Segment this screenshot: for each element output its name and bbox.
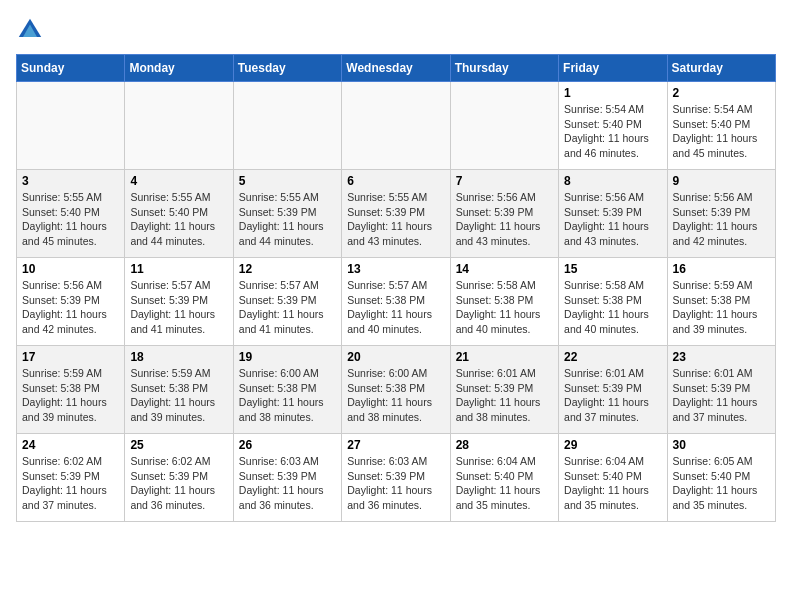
day-number: 22: [564, 350, 661, 364]
calendar-day-cell: 22Sunrise: 6:01 AM Sunset: 5:39 PM Dayli…: [559, 346, 667, 434]
calendar-day-cell: 3Sunrise: 5:55 AM Sunset: 5:40 PM Daylig…: [17, 170, 125, 258]
calendar-day-cell: 26Sunrise: 6:03 AM Sunset: 5:39 PM Dayli…: [233, 434, 341, 522]
weekday-header-thursday: Thursday: [450, 55, 558, 82]
weekday-header-monday: Monday: [125, 55, 233, 82]
calendar-week-row: 10Sunrise: 5:56 AM Sunset: 5:39 PM Dayli…: [17, 258, 776, 346]
day-info: Sunrise: 5:59 AM Sunset: 5:38 PM Dayligh…: [673, 278, 770, 337]
day-number: 27: [347, 438, 444, 452]
day-number: 21: [456, 350, 553, 364]
empty-day-cell: [233, 82, 341, 170]
day-number: 25: [130, 438, 227, 452]
day-info: Sunrise: 5:57 AM Sunset: 5:39 PM Dayligh…: [239, 278, 336, 337]
page-header: [16, 16, 776, 44]
weekday-header-wednesday: Wednesday: [342, 55, 450, 82]
day-number: 17: [22, 350, 119, 364]
weekday-header-tuesday: Tuesday: [233, 55, 341, 82]
day-number: 7: [456, 174, 553, 188]
day-number: 1: [564, 86, 661, 100]
weekday-header-row: SundayMondayTuesdayWednesdayThursdayFrid…: [17, 55, 776, 82]
day-info: Sunrise: 5:55 AM Sunset: 5:39 PM Dayligh…: [239, 190, 336, 249]
day-info: Sunrise: 5:55 AM Sunset: 5:40 PM Dayligh…: [22, 190, 119, 249]
calendar-week-row: 17Sunrise: 5:59 AM Sunset: 5:38 PM Dayli…: [17, 346, 776, 434]
day-info: Sunrise: 6:04 AM Sunset: 5:40 PM Dayligh…: [456, 454, 553, 513]
day-number: 2: [673, 86, 770, 100]
calendar-day-cell: 30Sunrise: 6:05 AM Sunset: 5:40 PM Dayli…: [667, 434, 775, 522]
day-number: 15: [564, 262, 661, 276]
day-number: 26: [239, 438, 336, 452]
empty-day-cell: [125, 82, 233, 170]
day-info: Sunrise: 6:05 AM Sunset: 5:40 PM Dayligh…: [673, 454, 770, 513]
day-number: 19: [239, 350, 336, 364]
day-info: Sunrise: 6:02 AM Sunset: 5:39 PM Dayligh…: [22, 454, 119, 513]
day-number: 18: [130, 350, 227, 364]
calendar-day-cell: 12Sunrise: 5:57 AM Sunset: 5:39 PM Dayli…: [233, 258, 341, 346]
weekday-header-saturday: Saturday: [667, 55, 775, 82]
calendar-week-row: 1Sunrise: 5:54 AM Sunset: 5:40 PM Daylig…: [17, 82, 776, 170]
day-number: 5: [239, 174, 336, 188]
calendar-day-cell: 11Sunrise: 5:57 AM Sunset: 5:39 PM Dayli…: [125, 258, 233, 346]
day-number: 4: [130, 174, 227, 188]
calendar-day-cell: 13Sunrise: 5:57 AM Sunset: 5:38 PM Dayli…: [342, 258, 450, 346]
calendar-day-cell: 19Sunrise: 6:00 AM Sunset: 5:38 PM Dayli…: [233, 346, 341, 434]
day-number: 23: [673, 350, 770, 364]
day-number: 12: [239, 262, 336, 276]
calendar-day-cell: 15Sunrise: 5:58 AM Sunset: 5:38 PM Dayli…: [559, 258, 667, 346]
logo-icon: [16, 16, 44, 44]
empty-day-cell: [342, 82, 450, 170]
day-number: 16: [673, 262, 770, 276]
day-info: Sunrise: 6:02 AM Sunset: 5:39 PM Dayligh…: [130, 454, 227, 513]
calendar-week-row: 3Sunrise: 5:55 AM Sunset: 5:40 PM Daylig…: [17, 170, 776, 258]
calendar-day-cell: 10Sunrise: 5:56 AM Sunset: 5:39 PM Dayli…: [17, 258, 125, 346]
calendar-table: SundayMondayTuesdayWednesdayThursdayFrid…: [16, 54, 776, 522]
calendar-day-cell: 25Sunrise: 6:02 AM Sunset: 5:39 PM Dayli…: [125, 434, 233, 522]
day-number: 9: [673, 174, 770, 188]
day-number: 24: [22, 438, 119, 452]
calendar-day-cell: 14Sunrise: 5:58 AM Sunset: 5:38 PM Dayli…: [450, 258, 558, 346]
day-number: 29: [564, 438, 661, 452]
calendar-day-cell: 8Sunrise: 5:56 AM Sunset: 5:39 PM Daylig…: [559, 170, 667, 258]
day-number: 6: [347, 174, 444, 188]
day-info: Sunrise: 6:01 AM Sunset: 5:39 PM Dayligh…: [564, 366, 661, 425]
day-number: 30: [673, 438, 770, 452]
calendar-day-cell: 27Sunrise: 6:03 AM Sunset: 5:39 PM Dayli…: [342, 434, 450, 522]
calendar-day-cell: 16Sunrise: 5:59 AM Sunset: 5:38 PM Dayli…: [667, 258, 775, 346]
day-number: 10: [22, 262, 119, 276]
day-info: Sunrise: 5:56 AM Sunset: 5:39 PM Dayligh…: [564, 190, 661, 249]
calendar-day-cell: 7Sunrise: 5:56 AM Sunset: 5:39 PM Daylig…: [450, 170, 558, 258]
calendar-day-cell: 21Sunrise: 6:01 AM Sunset: 5:39 PM Dayli…: [450, 346, 558, 434]
day-info: Sunrise: 5:59 AM Sunset: 5:38 PM Dayligh…: [22, 366, 119, 425]
day-info: Sunrise: 5:54 AM Sunset: 5:40 PM Dayligh…: [673, 102, 770, 161]
day-info: Sunrise: 5:56 AM Sunset: 5:39 PM Dayligh…: [673, 190, 770, 249]
calendar-day-cell: 5Sunrise: 5:55 AM Sunset: 5:39 PM Daylig…: [233, 170, 341, 258]
calendar-day-cell: 20Sunrise: 6:00 AM Sunset: 5:38 PM Dayli…: [342, 346, 450, 434]
calendar-day-cell: 29Sunrise: 6:04 AM Sunset: 5:40 PM Dayli…: [559, 434, 667, 522]
empty-day-cell: [17, 82, 125, 170]
day-info: Sunrise: 5:59 AM Sunset: 5:38 PM Dayligh…: [130, 366, 227, 425]
day-info: Sunrise: 6:04 AM Sunset: 5:40 PM Dayligh…: [564, 454, 661, 513]
day-info: Sunrise: 6:00 AM Sunset: 5:38 PM Dayligh…: [347, 366, 444, 425]
calendar-day-cell: 6Sunrise: 5:55 AM Sunset: 5:39 PM Daylig…: [342, 170, 450, 258]
calendar-week-row: 24Sunrise: 6:02 AM Sunset: 5:39 PM Dayli…: [17, 434, 776, 522]
day-info: Sunrise: 6:01 AM Sunset: 5:39 PM Dayligh…: [456, 366, 553, 425]
day-info: Sunrise: 6:03 AM Sunset: 5:39 PM Dayligh…: [239, 454, 336, 513]
weekday-header-friday: Friday: [559, 55, 667, 82]
calendar-day-cell: 17Sunrise: 5:59 AM Sunset: 5:38 PM Dayli…: [17, 346, 125, 434]
day-number: 11: [130, 262, 227, 276]
day-info: Sunrise: 6:00 AM Sunset: 5:38 PM Dayligh…: [239, 366, 336, 425]
calendar-day-cell: 9Sunrise: 5:56 AM Sunset: 5:39 PM Daylig…: [667, 170, 775, 258]
day-info: Sunrise: 5:55 AM Sunset: 5:40 PM Dayligh…: [130, 190, 227, 249]
calendar-day-cell: 1Sunrise: 5:54 AM Sunset: 5:40 PM Daylig…: [559, 82, 667, 170]
calendar-day-cell: 4Sunrise: 5:55 AM Sunset: 5:40 PM Daylig…: [125, 170, 233, 258]
logo: [16, 16, 48, 44]
day-info: Sunrise: 5:55 AM Sunset: 5:39 PM Dayligh…: [347, 190, 444, 249]
day-info: Sunrise: 6:03 AM Sunset: 5:39 PM Dayligh…: [347, 454, 444, 513]
day-info: Sunrise: 6:01 AM Sunset: 5:39 PM Dayligh…: [673, 366, 770, 425]
day-info: Sunrise: 5:57 AM Sunset: 5:38 PM Dayligh…: [347, 278, 444, 337]
calendar-day-cell: 18Sunrise: 5:59 AM Sunset: 5:38 PM Dayli…: [125, 346, 233, 434]
day-info: Sunrise: 5:58 AM Sunset: 5:38 PM Dayligh…: [456, 278, 553, 337]
calendar-day-cell: 23Sunrise: 6:01 AM Sunset: 5:39 PM Dayli…: [667, 346, 775, 434]
day-number: 3: [22, 174, 119, 188]
calendar-day-cell: 28Sunrise: 6:04 AM Sunset: 5:40 PM Dayli…: [450, 434, 558, 522]
day-info: Sunrise: 5:56 AM Sunset: 5:39 PM Dayligh…: [456, 190, 553, 249]
day-number: 14: [456, 262, 553, 276]
